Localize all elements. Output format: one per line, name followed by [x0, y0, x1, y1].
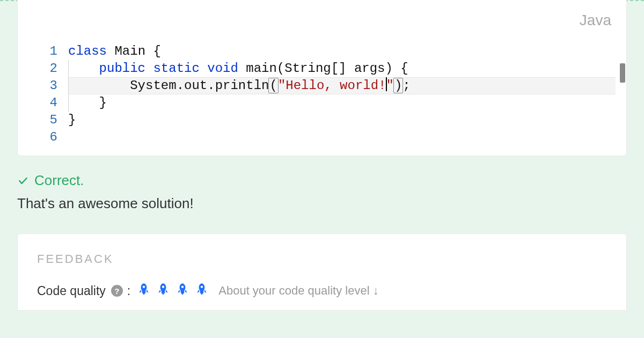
- colon: :: [127, 284, 130, 298]
- code-line-active[interactable]: System.out.println("Hello, world!");: [68, 77, 616, 94]
- line-number: 5: [18, 112, 57, 129]
- feedback-heading: FEEDBACK: [37, 252, 607, 266]
- line-number: 2: [18, 60, 57, 77]
- feedback-card: FEEDBACK Code quality ? : About your cod…: [17, 233, 627, 311]
- code-line[interactable]: [68, 129, 616, 146]
- quality-rockets: [137, 282, 209, 299]
- result-message: That's an awesome solution!: [17, 195, 627, 212]
- code-editor[interactable]: 1 2 3 4 5 6 class Main { public static v…: [18, 0, 626, 146]
- check-icon: [17, 175, 29, 187]
- line-number: 3: [18, 77, 57, 94]
- scrollbar-thumb[interactable]: [620, 63, 625, 83]
- code-content[interactable]: class Main { public static void main(Str…: [68, 43, 626, 146]
- line-number-gutter: 1 2 3 4 5 6: [18, 43, 68, 146]
- code-line[interactable]: }: [68, 94, 616, 112]
- code-line[interactable]: }: [68, 112, 616, 129]
- rocket-icon: [195, 282, 209, 299]
- code-editor-card: Java 1 2 3 4 5 6 class Main { public sta…: [17, 0, 627, 156]
- code-line[interactable]: public static void main(String[] args) {: [68, 60, 616, 77]
- line-number: 4: [18, 94, 57, 112]
- info-icon[interactable]: ?: [111, 285, 123, 297]
- status-line: Correct.: [17, 172, 627, 189]
- quality-label: Code quality: [37, 284, 106, 298]
- status-text: Correct.: [34, 172, 84, 189]
- rocket-icon: [156, 282, 170, 299]
- rocket-icon: [137, 282, 151, 299]
- about-quality-link[interactable]: About your code quality level ↓: [218, 284, 378, 298]
- code-line[interactable]: class Main {: [68, 43, 616, 60]
- code-quality-row: Code quality ? : About your code quality…: [37, 282, 607, 299]
- result-panel: Correct. That's an awesome solution!: [0, 156, 644, 218]
- line-number: 1: [18, 43, 57, 60]
- language-label: Java: [580, 12, 611, 29]
- rocket-icon: [175, 282, 189, 299]
- line-number: 6: [18, 129, 57, 146]
